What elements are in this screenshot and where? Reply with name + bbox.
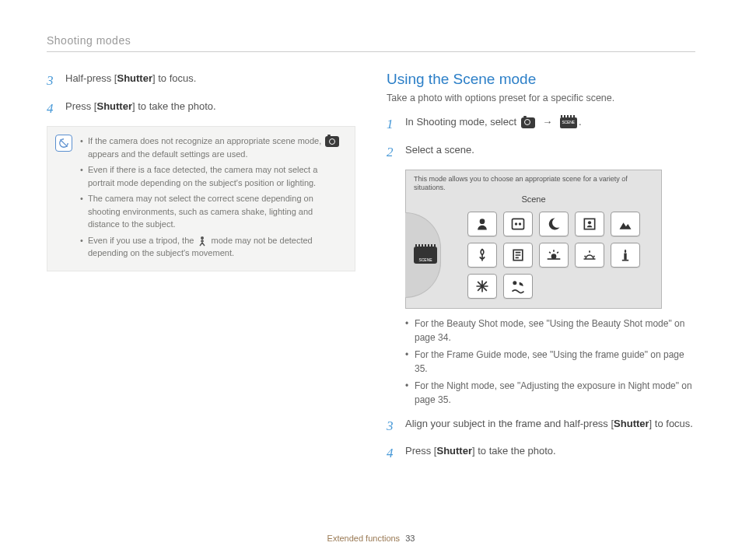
portrait-icon[interactable] [467,212,497,236]
camera-icon [325,136,339,147]
note-list: If the camera does not recognize an appr… [80,135,344,263]
svg-point-3 [514,222,516,225]
arrow-icon: → [542,114,552,130]
dawn-icon[interactable] [575,243,604,268]
step-3: 3 Align your subject in the frame and ha… [387,416,695,436]
step-4: 4 Press [Shutter] to take the photo. [47,99,355,119]
step-text: In Shooting mode, select → . [405,114,582,130]
section-subtitle: Take a photo with options preset for a s… [387,93,695,103]
scene-selector-screenshot: This mode allows you to choose an approp… [405,170,662,309]
left-steps: 3 Half-press [Shutter] to focus. 4 Press… [47,71,355,118]
svg-point-11 [513,281,516,285]
manual-page: Shooting modes 3 Half-press [Shutter] to… [0,0,742,560]
step-number: 1 [387,114,397,135]
footer-section: Extended functions [327,534,401,543]
step-text: Press [Shutter] to take the photo. [65,99,216,114]
svg-point-6 [587,221,590,224]
beach-icon[interactable] [503,274,533,299]
svg-rect-2 [512,219,523,229]
tripod-person-icon [198,236,207,247]
breadcrumb: Shooting modes [47,34,131,47]
page-footer: Extended functions 33 [0,534,742,543]
step-4: 4 Press [Shutter] to take the photo. [387,443,695,464]
right-steps: 1 In Shooting mode, select → . 2 Select … [387,114,695,162]
section-title: Using the Scene mode [387,71,695,88]
text-icon[interactable] [503,243,533,268]
step-1: 1 In Shooting mode, select → . [387,114,695,135]
note-item: If the camera does not recognize an appr… [80,135,344,160]
svg-point-0 [201,236,204,240]
scene-chip-icon: SCENE [414,247,437,264]
left-column: 3 Half-press [Shutter] to focus. 4 Press… [47,71,355,471]
candle-icon[interactable] [611,243,640,268]
right-column: Using the Scene mode Take a photo with o… [387,71,695,471]
scene-description: This mode allows you to choose an approp… [406,170,661,194]
step-number: 2 [387,142,397,163]
step-text: Press [Shutter] to take the photo. [405,443,556,459]
scene-grid-wrap: SCENE [406,208,661,302]
note-icon [55,135,72,152]
landscape-icon[interactable] [611,212,640,236]
reference-bullets: For the Beauty Shot mode, see "Using the… [405,317,695,407]
children-icon[interactable] [503,212,533,236]
page-number: 33 [405,534,415,543]
step-3: 3 Half-press [Shutter] to focus. [47,71,355,91]
note-box: If the camera does not recognize an appr… [47,126,355,271]
closeup-face-icon[interactable] [575,212,604,236]
note-item: Even if there is a face detected, the ca… [80,163,344,189]
step-number: 3 [47,71,58,91]
camera-mode-icon [521,117,535,128]
step-number: 3 [387,416,397,436]
step-text: Half-press [Shutter] to focus. [65,71,196,86]
mode-dial: SCENE [405,212,441,298]
svg-rect-9 [624,253,626,259]
scene-mode-icon [560,117,577,128]
step-number: 4 [47,99,58,119]
scene-icon-grid [441,208,661,302]
two-column-layout: 3 Half-press [Shutter] to focus. 4 Press… [47,71,695,471]
step-number: 4 [387,443,397,464]
svg-point-8 [551,254,556,259]
firework-icon[interactable] [467,274,497,299]
svg-point-1 [479,219,485,224]
right-steps-2: 3 Align your subject in the frame and ha… [387,416,695,464]
note-item: Even if you use a tripod, the mode may n… [80,234,344,260]
step-2: 2 Select a scene. [387,142,695,163]
ref-item: For the Beauty Shot mode, see "Using the… [405,317,695,345]
macro-icon[interactable] [467,243,497,268]
svg-point-4 [518,222,520,225]
note-item: The camera may not select the correct sc… [80,192,344,231]
ref-item: For the Frame Guide mode, see "Using the… [405,348,695,376]
scene-title: Scene [406,194,661,204]
ref-item: For the Night mode, see "Adjusting the e… [405,379,695,407]
step-text: Select a scene. [405,142,474,158]
page-header: Shooting modes [47,34,695,52]
step-text: Align your subject in the frame and half… [405,416,693,432]
night-icon[interactable] [539,212,569,236]
svg-rect-10 [621,259,628,261]
sunset-icon[interactable] [539,243,569,268]
